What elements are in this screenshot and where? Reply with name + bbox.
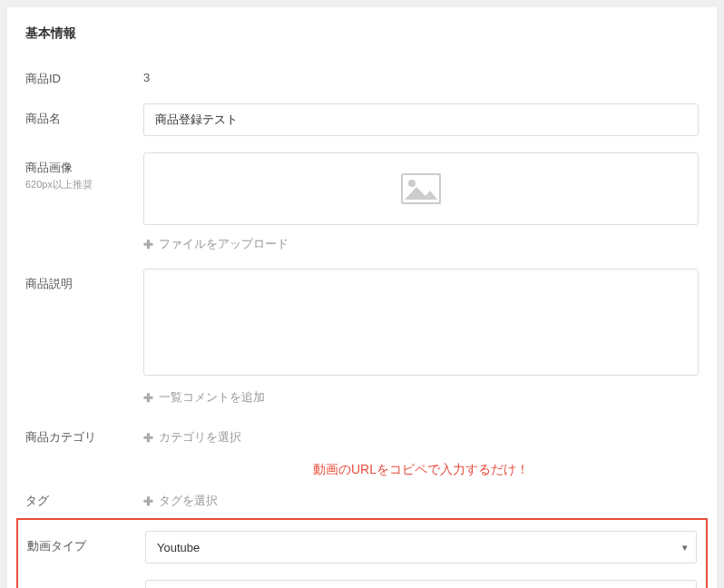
label-video-url: 動画URL bbox=[27, 580, 145, 588]
annotation-text: 動画のURLをコピペで入力するだけ！ bbox=[25, 462, 699, 478]
basic-info-panel: 基本情報 商品ID 3 商品名 商品画像 620px以上推奨 bbox=[7, 7, 717, 588]
plus-icon: ✚ bbox=[143, 238, 153, 251]
row-product-image: 商品画像 620px以上推奨 ✚ ファイルをアップロード bbox=[25, 152, 699, 252]
row-product-description: 商品説明 ✚ 一覧コメントを追加 bbox=[25, 269, 699, 406]
video-highlight-box: 動画タイプ Youtube 動画URL bbox=[16, 518, 708, 588]
image-upload-box[interactable] bbox=[143, 152, 699, 225]
label-product-image-sub: 620px以上推奨 bbox=[25, 178, 143, 191]
select-tag-text: タグを選択 bbox=[159, 493, 218, 509]
panel-title: 基本情報 bbox=[25, 25, 699, 42]
value-product-id: 3 bbox=[143, 64, 699, 84]
svg-point-2 bbox=[408, 180, 416, 187]
plus-icon: ✚ bbox=[143, 495, 153, 508]
label-product-image: 商品画像 620px以上推奨 bbox=[25, 152, 143, 191]
label-tag: タグ bbox=[25, 485, 143, 509]
textarea-product-description[interactable] bbox=[143, 269, 699, 376]
row-video-type: 動画タイプ Youtube bbox=[27, 531, 697, 564]
row-product-id: 商品ID 3 bbox=[25, 64, 699, 87]
row-product-name: 商品名 bbox=[25, 103, 699, 136]
add-comment-text: 一覧コメントを追加 bbox=[159, 389, 265, 406]
select-category-link[interactable]: ✚ カテゴリを選択 bbox=[143, 422, 699, 446]
select-category-text: カテゴリを選択 bbox=[159, 429, 241, 446]
image-placeholder-icon bbox=[400, 172, 442, 205]
row-category: 商品カテゴリ ✚ カテゴリを選択 bbox=[25, 422, 699, 446]
select-video-type[interactable]: Youtube bbox=[145, 531, 697, 564]
add-comment-link[interactable]: ✚ 一覧コメントを追加 bbox=[143, 389, 699, 406]
label-product-description: 商品説明 bbox=[25, 269, 143, 292]
select-tag-link[interactable]: ✚ タグを選択 bbox=[143, 485, 699, 509]
upload-file-link[interactable]: ✚ ファイルをアップロード bbox=[143, 236, 699, 252]
input-product-name[interactable] bbox=[143, 103, 699, 136]
plus-icon: ✚ bbox=[143, 431, 153, 445]
label-product-image-text: 商品画像 bbox=[25, 161, 73, 174]
label-product-name: 商品名 bbox=[25, 103, 143, 127]
plus-icon: ✚ bbox=[143, 391, 153, 405]
label-video-type: 動画タイプ bbox=[27, 531, 145, 554]
upload-file-text: ファイルをアップロード bbox=[159, 236, 289, 252]
row-tag: タグ ✚ タグを選択 bbox=[25, 485, 699, 509]
label-product-id: 商品ID bbox=[25, 64, 143, 87]
label-category: 商品カテゴリ bbox=[25, 422, 143, 446]
row-video-url: 動画URL bbox=[27, 580, 697, 588]
input-video-url[interactable] bbox=[145, 580, 697, 588]
